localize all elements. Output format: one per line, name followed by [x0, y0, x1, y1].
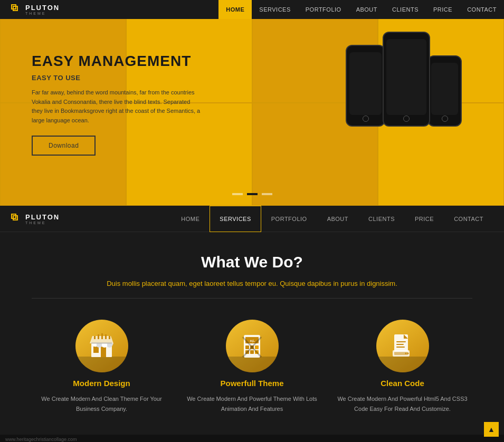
clean-code-text: We Create Modern And Powerful Html5 And …: [334, 394, 471, 414]
svg-rect-18: [255, 345, 259, 349]
svg-rect-12: [109, 336, 110, 339]
svg-rect-9: [98, 334, 99, 339]
service-card-clean-code: Clean Code We Create Modern And Powerful…: [334, 320, 471, 414]
services-logo-icon: [11, 213, 22, 225]
hero-subtitle: EASY TO USE: [32, 74, 201, 82]
hero-body-text: Far far away, behind the word mountains,…: [32, 88, 201, 125]
logo-name: PLUTON: [25, 4, 60, 12]
modern-design-text: We Create Modern And Clean Theme For You…: [33, 394, 170, 414]
services-nav-links: HOME SERVICES PORTFOLIO ABOUT CLIENTS PR…: [171, 206, 493, 232]
slider-dot-1[interactable]: [232, 193, 243, 195]
services-section: PLUTON THEME HOME SERVICES PORTFOLIO ABO…: [0, 206, 504, 435]
svg-point-30: [405, 352, 407, 354]
nav-services[interactable]: SERVICES: [252, 0, 298, 19]
hero-title: EASY MANAGEMENT: [32, 53, 201, 70]
phone-right: [427, 55, 462, 127]
modern-design-title: Modern Design: [73, 379, 130, 388]
svg-point-31: [407, 352, 409, 354]
snav-services[interactable]: SERVICES: [210, 206, 261, 232]
snav-price[interactable]: PRICE: [405, 206, 444, 232]
svg-rect-5: [93, 347, 99, 353]
hero-content: EASY MANAGEMENT EASY TO USE Far far away…: [32, 53, 201, 156]
snav-contact[interactable]: CONTACT: [444, 206, 493, 232]
services-navbar: PLUTON THEME HOME SERVICES PORTFOLIO ABO…: [0, 206, 504, 232]
nav-price[interactable]: PRICE: [426, 0, 460, 19]
download-button[interactable]: Download: [32, 136, 96, 156]
snav-portfolio[interactable]: PORTFOLIO: [261, 206, 317, 232]
svg-rect-27: [396, 347, 405, 348]
services-divider: [32, 298, 472, 299]
svg-rect-7: [91, 342, 112, 344]
nav-about[interactable]: ABOUT: [349, 0, 385, 19]
snav-about[interactable]: ABOUT: [317, 206, 358, 232]
footer-watermark: www.heritagechristiancollage.com: [0, 435, 504, 442]
slider-dots: [232, 193, 272, 195]
service-card-powerful-theme: +/- Powerfull Theme We Create Modern And…: [184, 320, 321, 414]
svg-rect-10: [101, 333, 103, 339]
top-nav-links: HOME SERVICES PORTFOLIO ABOUT CLIENTS PR…: [218, 0, 504, 19]
top-navbar: PLUTON THEME HOME SERVICES PORTFOLIO ABO…: [0, 0, 504, 19]
svg-rect-20: [250, 350, 254, 354]
nav-contact[interactable]: CONTACT: [460, 0, 504, 19]
clean-code-title: Clean Code: [381, 379, 424, 388]
svg-rect-16: [245, 345, 249, 349]
service-card-modern-design: Modern Design We Create Modern And Clean…: [33, 320, 170, 414]
services-title: What We Do?: [32, 253, 472, 271]
services-logo: PLUTON THEME: [11, 213, 171, 225]
svg-rect-6: [101, 347, 106, 357]
powerful-theme-text: We Create Modern And Powerful Theme With…: [184, 394, 321, 414]
logo-sub: THEME: [25, 12, 60, 15]
store-icon: [87, 332, 116, 361]
phone-left: [346, 45, 385, 127]
clean-code-icon-circle: [376, 320, 429, 372]
svg-rect-11: [105, 334, 107, 339]
services-subtitle: Duis mollis placerat quam, eget laoreet …: [32, 280, 472, 287]
powerful-theme-title: Powerfull Theme: [220, 379, 283, 388]
phone-center: [383, 32, 430, 127]
top-logo: PLUTON THEME: [0, 4, 218, 15]
nav-home[interactable]: HOME: [218, 0, 252, 19]
document-icon: [388, 332, 417, 361]
services-body: What We Do? Duis mollis placerat quam, e…: [0, 232, 504, 435]
nav-clients[interactable]: CLIENTS: [385, 0, 426, 19]
services-logo-name: PLUTON: [25, 213, 60, 221]
svg-rect-8: [94, 336, 96, 339]
calculator-icon: +/-: [237, 332, 267, 361]
services-logo-sub: THEME: [25, 221, 60, 225]
svg-rect-26: [396, 344, 404, 345]
svg-rect-25: [396, 341, 406, 342]
slider-dot-3[interactable]: [262, 193, 272, 195]
powerful-theme-icon-circle: +/-: [226, 320, 279, 372]
svg-text:+/-: +/-: [250, 339, 255, 343]
hero-section: PLUTON THEME HOME SERVICES PORTFOLIO ABO…: [0, 0, 504, 206]
phone-mockup: [346, 32, 462, 127]
scroll-top-button[interactable]: ▲: [484, 422, 499, 437]
slider-dot-2[interactable]: [247, 193, 258, 195]
pluton-logo-icon: [11, 4, 22, 15]
services-cards: Modern Design We Create Modern And Clean…: [32, 320, 472, 414]
snav-clients[interactable]: CLIENTS: [358, 206, 405, 232]
modern-design-icon-circle: [75, 320, 128, 372]
snav-home[interactable]: HOME: [171, 206, 210, 232]
nav-portfolio[interactable]: PORTFOLIO: [298, 0, 349, 19]
